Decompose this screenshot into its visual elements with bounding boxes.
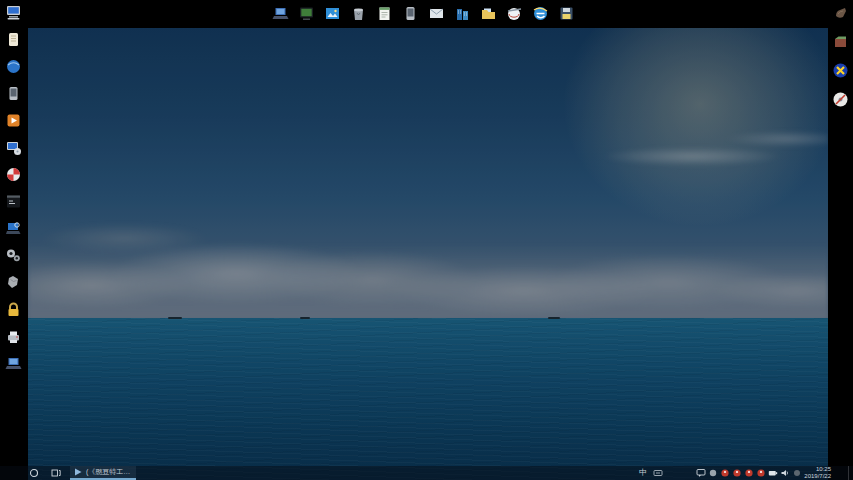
scroll-doc-app-icon[interactable] bbox=[5, 31, 22, 48]
red-app-tray-icon-2[interactable] bbox=[732, 468, 742, 478]
red-app-tray-icon-3[interactable] bbox=[744, 468, 754, 478]
mail-app-icon[interactable] bbox=[428, 5, 445, 22]
lock-app-icon[interactable] bbox=[5, 301, 22, 318]
settings-gears-icon[interactable] bbox=[5, 247, 22, 264]
blue-sphere-app-icon[interactable] bbox=[5, 58, 22, 75]
media-player-app-icon[interactable] bbox=[5, 112, 22, 129]
chat-bubble-tray-icon[interactable] bbox=[696, 468, 706, 478]
cortana-search-button[interactable] bbox=[29, 468, 39, 478]
red-app-tray-icon-4[interactable] bbox=[756, 468, 766, 478]
system-tray-icons bbox=[696, 468, 802, 478]
blue-x-app-icon[interactable] bbox=[832, 62, 849, 79]
folder-app-icon[interactable] bbox=[480, 5, 497, 22]
notepad-app-icon[interactable] bbox=[376, 5, 393, 22]
task-view-button[interactable] bbox=[51, 468, 61, 478]
laptop2-app-icon[interactable] bbox=[272, 5, 289, 22]
taskbar: (《憨豆特工》HD... 中 10:25 2019/7/22 bbox=[0, 466, 853, 480]
keyboard-indicator-icon[interactable] bbox=[653, 468, 663, 478]
ocean-wallpaper bbox=[28, 28, 828, 480]
phone-app-icon[interactable] bbox=[5, 85, 22, 102]
save-app-icon[interactable] bbox=[558, 5, 575, 22]
recycle-bin-icon[interactable] bbox=[350, 5, 367, 22]
green-monitor-app-icon[interactable] bbox=[298, 5, 315, 22]
pc-cd-app-icon[interactable] bbox=[5, 139, 22, 156]
clock-date: 2019/7/22 bbox=[804, 473, 831, 480]
laptop-app-icon[interactable] bbox=[5, 355, 22, 372]
this-pc-icon[interactable] bbox=[5, 4, 22, 21]
globe-app-icon[interactable] bbox=[506, 5, 523, 22]
internet-explorer-icon[interactable] bbox=[532, 5, 549, 22]
taskbar-app-button-media-player[interactable]: (《憨豆特工》HD... bbox=[70, 466, 136, 480]
volume-tray-icon[interactable] bbox=[780, 468, 790, 478]
dim-overlay bbox=[28, 28, 828, 480]
pinwheel-app-icon[interactable] bbox=[5, 166, 22, 183]
gray-object-app-icon[interactable] bbox=[5, 274, 22, 291]
building-app-icon[interactable] bbox=[454, 5, 471, 22]
hand-app-icon[interactable] bbox=[832, 4, 849, 21]
terminal-app-icon[interactable] bbox=[5, 193, 22, 210]
red-app-tray-icon-1[interactable] bbox=[720, 468, 730, 478]
show-desktop-button[interactable] bbox=[848, 466, 853, 480]
media-player-taskbar-icon bbox=[73, 467, 83, 477]
ime-indicator[interactable]: 中 bbox=[639, 468, 647, 478]
taskbar-clock[interactable]: 10:25 2019/7/22 bbox=[804, 466, 831, 480]
desktop-screen: (《憨豆特工》HD... 中 10:25 2019/7/22 bbox=[0, 0, 853, 480]
desktop-icons-left-column bbox=[5, 4, 22, 372]
clock-time: 10:25 bbox=[804, 466, 831, 473]
slash-circle-app-icon[interactable] bbox=[832, 91, 849, 108]
search-laptop-app-icon[interactable] bbox=[5, 220, 22, 237]
battery-tray-icon[interactable] bbox=[768, 468, 778, 478]
phone2-app-icon[interactable] bbox=[402, 5, 419, 22]
taskbar-app-label: (《憨豆特工》HD... bbox=[86, 467, 133, 477]
desktop-icons-right-column bbox=[832, 4, 849, 108]
box-app-icon[interactable] bbox=[832, 33, 849, 50]
gray-tray-icon[interactable] bbox=[708, 468, 718, 478]
network-tray-icon[interactable] bbox=[792, 468, 802, 478]
photos-app-icon[interactable] bbox=[324, 5, 341, 22]
desktop-icons-top-row bbox=[272, 5, 575, 22]
printer-app-icon[interactable] bbox=[5, 328, 22, 345]
